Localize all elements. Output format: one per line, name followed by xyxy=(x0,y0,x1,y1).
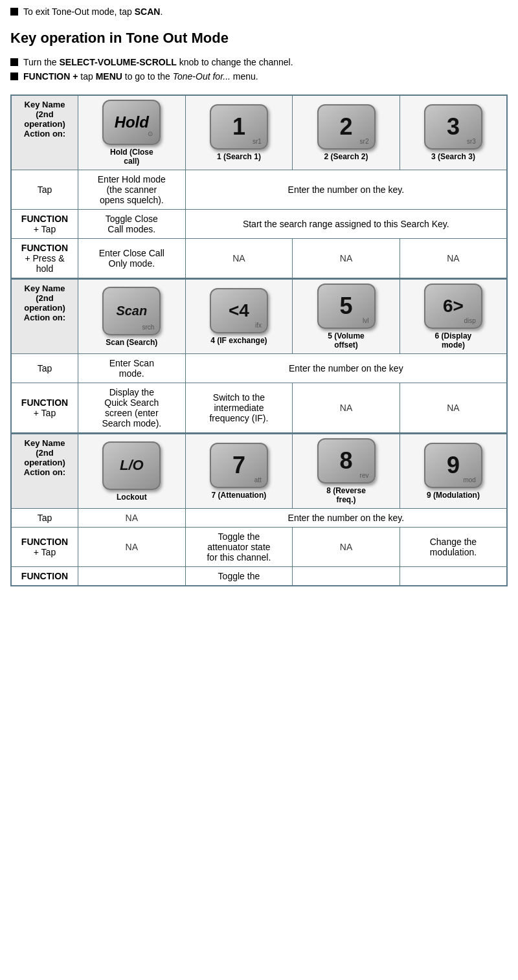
key8-sub: rev xyxy=(360,472,369,479)
section2-header-row: Key Name(2ndoperation)Action on: Scan sr… xyxy=(11,279,507,354)
func-press-hold-action: Enter Close CallOnly mode. xyxy=(78,239,186,279)
key5-num: 5 xyxy=(340,295,353,318)
func-bottom-8 xyxy=(293,567,400,586)
key7-num: 7 xyxy=(232,454,245,477)
func-tap-hold-action: Toggle CloseCall modes. xyxy=(78,210,186,239)
key9-button-img: 9 mod xyxy=(424,443,482,488)
key7-caption: 7 (Attenuation) xyxy=(212,491,267,500)
section1-tap-row: Tap Enter Hold mode(the scanneropens squ… xyxy=(11,170,507,210)
intro-bold: SCAN xyxy=(135,6,161,17)
key-2-cell: 2 sr2 2 (Search 2) xyxy=(293,95,400,170)
func-tap-lo-na: NA xyxy=(78,528,186,567)
key-name-label-1: Key Name(2ndoperation)Action on: xyxy=(11,95,78,170)
key6-num: 6> xyxy=(443,297,464,315)
bullet-icon xyxy=(10,72,18,80)
func-press-1-na: NA xyxy=(185,239,293,279)
key-hold-cell: Hold ⊙ Hold (Closecall) xyxy=(78,95,186,170)
func-tap-label-3: FUNCTION+ Tap xyxy=(11,528,78,567)
func-tap-6-na: NA xyxy=(400,383,507,434)
key9-num: 9 xyxy=(447,454,460,477)
key-name-label-2: Key Name(2ndoperation)Action on: xyxy=(11,279,78,354)
lo-main-label: L/O xyxy=(120,457,144,474)
lo-button-img: L/O xyxy=(102,441,161,490)
key5-sub: lvl xyxy=(363,317,368,324)
func-bottom-label: FUNCTION xyxy=(11,567,78,586)
key3-caption: 3 (Search 3) xyxy=(431,152,475,161)
func-press-3-na: NA xyxy=(400,239,507,279)
key-operations-table: Key Name(2ndoperation)Action on: Hold ⊙ … xyxy=(10,95,508,586)
key-5-cell: 5 lvl 5 (Volumeoffset) xyxy=(293,279,400,354)
key6-button-img: 6> disp xyxy=(424,284,482,329)
key7-button-img: 7 att xyxy=(210,443,268,488)
hold-main-label: Hold xyxy=(115,113,149,131)
intro-list: To exit Tone-Out mode, tap SCAN. xyxy=(10,6,508,17)
key-1-cell: 1 sr1 1 (Search 1) xyxy=(185,95,293,170)
key2-button-img: 2 sr2 xyxy=(317,104,376,150)
key9-caption: 9 (Modulation) xyxy=(427,491,480,500)
hold-sub-icon: ⊙ xyxy=(148,130,153,137)
function-bold-2a: FUNCTION + xyxy=(23,71,78,82)
tap-label-1: Tap xyxy=(11,170,78,210)
section2-function-tap-row: FUNCTION+ Tap Display theQuick Searchscr… xyxy=(11,383,507,434)
func-bottom-7-action: Toggle the xyxy=(185,567,293,586)
func-tap-label-1: FUNCTION+ Tap xyxy=(11,210,78,239)
key2-sub: sr2 xyxy=(360,138,369,145)
function-italic-2: Tone-Out for... xyxy=(173,71,231,82)
key8-button-img: 8 rev xyxy=(317,438,376,484)
key2-num: 2 xyxy=(340,115,353,139)
key5-button-img: 5 lvl xyxy=(317,284,376,329)
key4-num: <4 xyxy=(229,302,249,320)
func-tap-123-action: Start the search range assigned to this … xyxy=(185,210,507,239)
section3-function-bottom-row: FUNCTION Toggle the xyxy=(11,567,507,586)
func-tap-7-action: Toggle theattenuator statefor this chann… xyxy=(185,528,293,567)
key9-sub: mod xyxy=(463,476,475,484)
key6-sub: disp xyxy=(464,317,476,324)
func-press-label-1: FUNCTION+ Press &hold xyxy=(11,239,78,279)
key3-num: 3 xyxy=(447,115,460,139)
scan-main-label: Scan xyxy=(116,304,147,318)
tap-lo-na: NA xyxy=(78,509,186,528)
section1-header-row: Key Name(2ndoperation)Action on: Hold ⊙ … xyxy=(11,95,507,170)
bullet-icon xyxy=(10,58,18,66)
section3-function-tap-row: FUNCTION+ Tap NA Toggle theattenuator st… xyxy=(11,528,507,567)
key-6-cell: 6> disp 6 (Displaymode) xyxy=(400,279,507,354)
key-name-label-3: Key Name(2ndoperation)Action on: xyxy=(11,434,78,509)
tap-123-action: Enter the number on the key. xyxy=(185,170,507,210)
scan-caption: Scan (Search) xyxy=(106,338,157,347)
section2-tap-row: Tap Enter Scanmode. Enter the number on … xyxy=(11,354,507,383)
key-3-cell: 3 sr3 3 (Search 3) xyxy=(400,95,507,170)
function-item-1: Turn the SELECT-VOLUME-SCROLL knob to ch… xyxy=(10,57,508,67)
page-container: To exit Tone-Out mode, tap SCAN. Key ope… xyxy=(0,0,518,593)
tap-scan-action: Enter Scanmode. xyxy=(78,354,186,383)
key-scan-cell: Scan srch Scan (Search) xyxy=(78,279,186,354)
key4-caption: 4 (IF exchange) xyxy=(210,336,267,345)
func-tap-9-action: Change themodulation. xyxy=(400,528,507,567)
key1-button-img: 1 sr1 xyxy=(210,104,268,150)
function-text-1: Turn the SELECT-VOLUME-SCROLL knob to ch… xyxy=(23,57,293,67)
func-tap-5-na: NA xyxy=(293,383,400,434)
func-press-2-na: NA xyxy=(293,239,400,279)
func-bottom-lo xyxy=(78,567,186,586)
intro-text: To exit Tone-Out mode, tap SCAN. xyxy=(23,6,163,17)
section1-function-tap-row: FUNCTION+ Tap Toggle CloseCall modes. St… xyxy=(11,210,507,239)
tap-789-action: Enter the number on the key. xyxy=(185,509,507,528)
section3-header-row: Key Name(2ndoperation)Action on: L/O Loc… xyxy=(11,434,507,509)
func-tap-label-2: FUNCTION+ Tap xyxy=(11,383,78,434)
key-9-cell: 9 mod 9 (Modulation) xyxy=(400,434,507,509)
tap-hold-action: Enter Hold mode(the scanneropens squelch… xyxy=(78,170,186,210)
scan-button-img: Scan srch xyxy=(102,287,161,335)
intro-period: . xyxy=(160,6,163,17)
key-8-cell: 8 rev 8 (Reversefreq.) xyxy=(293,434,400,509)
section1-function-press-row: FUNCTION+ Press &hold Enter Close CallOn… xyxy=(11,239,507,279)
key1-sub: sr1 xyxy=(253,138,262,145)
tap-label-2: Tap xyxy=(11,354,78,383)
hold-caption: Hold (Closecall) xyxy=(110,148,153,166)
hold-button-img: Hold ⊙ xyxy=(102,100,161,145)
lo-caption: Lockout xyxy=(117,493,147,502)
key2-caption: 2 (Search 2) xyxy=(324,152,368,161)
function-list: Turn the SELECT-VOLUME-SCROLL knob to ch… xyxy=(10,57,508,82)
key-lo-cell: L/O Lockout xyxy=(78,434,186,509)
tap-label-3: Tap xyxy=(11,509,78,528)
key-4-cell: <4 ifx 4 (IF exchange) xyxy=(185,279,293,354)
key4-sub: ifx xyxy=(255,322,262,329)
